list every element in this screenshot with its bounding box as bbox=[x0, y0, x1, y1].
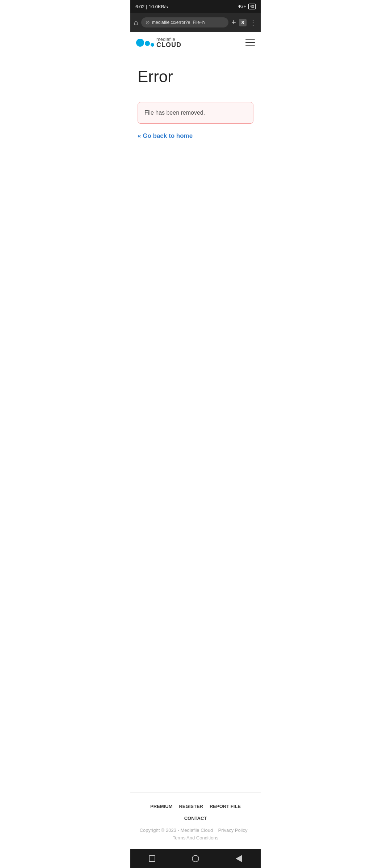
circle-icon bbox=[192, 855, 199, 862]
home-icon[interactable]: ⌂ bbox=[134, 18, 138, 27]
site-footer: PREMIUM REGISTER REPORT FILE CONTACT Cop… bbox=[130, 792, 261, 849]
site-header: mediafile CLOUD bbox=[130, 32, 261, 53]
divider bbox=[138, 93, 253, 93]
privacy-policy-link[interactable]: Privacy Policy bbox=[218, 827, 248, 833]
new-tab-button[interactable]: + bbox=[231, 18, 236, 27]
dot-large bbox=[136, 39, 144, 47]
copyright: Copyright © 2023 - Mediafile Cloud bbox=[140, 827, 213, 833]
hamburger-line-3 bbox=[245, 45, 255, 46]
footer-nav-premium[interactable]: PREMIUM bbox=[150, 804, 172, 809]
battery-icon: 40 bbox=[248, 4, 256, 9]
bottom-square-button[interactable] bbox=[149, 855, 155, 862]
hamburger-line-2 bbox=[245, 42, 255, 43]
logo-product: CLOUD bbox=[156, 42, 181, 48]
square-icon bbox=[149, 855, 155, 862]
status-right: 4G+ 40 bbox=[238, 4, 256, 9]
bottom-back-button[interactable] bbox=[236, 855, 242, 862]
triangle-icon bbox=[236, 855, 242, 862]
status-left: 6:02 | 10.0KB/s bbox=[135, 4, 168, 9]
bottom-home-button[interactable] bbox=[192, 855, 199, 862]
logo-dots bbox=[136, 39, 154, 47]
browser-menu-icon[interactable]: ⋮ bbox=[249, 18, 257, 27]
terms-link[interactable]: Terms And Conditions bbox=[173, 835, 218, 841]
dot-medium bbox=[145, 41, 150, 46]
hamburger-menu-button[interactable] bbox=[245, 39, 255, 46]
tabs-count[interactable]: 8 bbox=[239, 19, 247, 26]
footer-nav-report-file[interactable]: REPORT FILE bbox=[210, 804, 241, 809]
logo[interactable]: mediafile CLOUD bbox=[136, 37, 181, 48]
network-speed: 10.0KB/s bbox=[149, 4, 168, 9]
footer-nav-contact[interactable]: CONTACT bbox=[184, 816, 207, 821]
url-bar[interactable]: ⊙ mediafile.cc/error?e=File+h bbox=[141, 17, 228, 27]
main-content: Error File has been removed. « Go back t… bbox=[130, 53, 261, 792]
status-bar: 6:02 | 10.0KB/s 4G+ 40 bbox=[130, 0, 261, 13]
url-text: mediafile.cc/error?e=File+h bbox=[152, 20, 205, 25]
url-security-icon: ⊙ bbox=[146, 20, 150, 25]
signal-icon: 4G+ bbox=[238, 4, 246, 9]
separator: | bbox=[146, 4, 147, 9]
logo-text: mediafile CLOUD bbox=[156, 37, 181, 48]
error-message: File has been removed. bbox=[144, 110, 247, 116]
footer-nav: PREMIUM REGISTER REPORT FILE CONTACT bbox=[136, 804, 255, 821]
error-box: File has been removed. bbox=[138, 102, 253, 124]
go-back-link[interactable]: « Go back to home bbox=[138, 132, 193, 139]
footer-legal: Copyright © 2023 - Mediafile Cloud Priva… bbox=[136, 827, 255, 842]
page-title: Error bbox=[138, 68, 253, 86]
time: 6:02 bbox=[135, 4, 144, 9]
hamburger-line-1 bbox=[245, 39, 255, 41]
footer-nav-register[interactable]: REGISTER bbox=[179, 804, 203, 809]
dot-small bbox=[151, 43, 154, 47]
browser-bar: ⌂ ⊙ mediafile.cc/error?e=File+h + 8 ⋮ bbox=[130, 13, 261, 32]
bottom-nav-bar bbox=[130, 849, 261, 868]
